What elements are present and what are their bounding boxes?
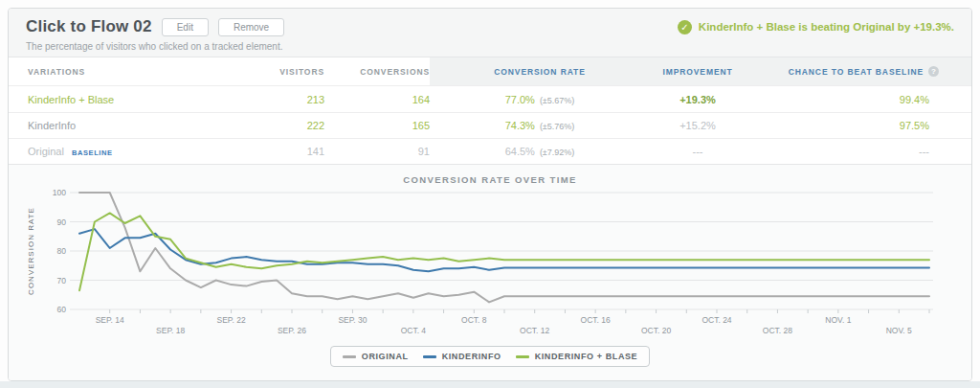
legend-swatch-icon [516,355,529,358]
table-row: KinderInfo + Blase 213 164 77.0%(±5.67%)… [9,86,971,112]
column-header-visitors: VISITORS [267,57,324,85]
svg-text:OCT. 4: OCT. 4 [401,326,427,335]
edit-button[interactable]: Edit [162,18,209,36]
status-message: ✓ KinderInfo + Blase is beating Original… [678,19,954,36]
chart-legend: ORIGINALKINDERINFOKINDERINFO + BLASE [24,346,956,367]
rate-margin: (±5.67%) [540,96,574,105]
legend-swatch-icon [343,355,356,358]
conversion-chart: 10090807060CONVERSION RATESEP. 14SEP. 18… [24,187,958,340]
table-row: KinderInfo 222 165 74.3%(±5.76%) +15.2% … [9,112,971,138]
svg-text:OCT. 16: OCT. 16 [581,315,611,325]
experiment-header: Click to Flow 02 Edit Remove The percent… [9,9,971,57]
conversion-rate-value: 64.5%(±7.92%) [449,146,631,157]
chance-value: --- [765,146,971,157]
visitors-value: 141 [267,146,324,157]
table-body: KinderInfo + Blase 213 164 77.0%(±5.67%)… [9,85,971,165]
column-header-variations: VARIATIONS [28,57,267,85]
svg-text:OCT. 28: OCT. 28 [763,326,792,335]
legend-swatch-icon [423,355,436,358]
svg-text:OCT. 24: OCT. 24 [702,315,731,325]
help-icon[interactable]: ? [928,66,939,77]
visitors-value: 213 [267,94,324,105]
visitors-value: 222 [267,120,324,131]
svg-text:70: 70 [57,276,67,285]
legend-item[interactable]: KINDERINFO + BLASE [516,352,638,361]
legend-label: KINDERINFO [442,352,501,361]
conversions-value: 91 [324,146,430,157]
page-title: Click to Flow 02 [26,17,152,36]
svg-text:60: 60 [57,305,67,314]
svg-text:OCT. 20: OCT. 20 [641,326,671,335]
svg-text:SEP. 18: SEP. 18 [156,326,185,335]
chart-legend-box: ORIGINALKINDERINFOKINDERINFO + BLASE [330,346,650,367]
improvement-value: +19.3% [631,94,765,105]
column-header-conversion-rate: CONVERSION RATE [449,57,631,85]
svg-text:SEP. 30: SEP. 30 [338,315,367,325]
conversions-value: 164 [324,94,430,105]
results-table: VARIATIONS VISITORS CONVERSIONS CONVERSI… [9,57,971,165]
baseline-badge: BASELINE [72,148,113,157]
experiment-card: Click to Flow 02 Edit Remove The percent… [8,8,972,381]
status-text: KinderInfo + Blase is beating Original b… [699,19,954,36]
legend-label: ORIGINAL [362,352,409,361]
rate-margin: (±7.92%) [540,148,574,157]
svg-text:100: 100 [53,188,66,197]
svg-text:CONVERSION RATE: CONVERSION RATE [27,207,35,295]
svg-text:NOV. 1: NOV. 1 [825,315,851,325]
remove-button[interactable]: Remove [218,18,284,36]
rate-margin: (±5.76%) [540,122,574,131]
improvement-value: --- [631,146,765,157]
check-circle-icon: ✓ [678,20,692,34]
page-bottom-strip [0,381,980,388]
experiment-header-left: Click to Flow 02 Edit Remove The percent… [26,17,284,52]
page-subtitle: The percentage of visitors who clicked o… [26,41,284,52]
chance-value: 97.5% [765,120,971,131]
legend-label: KINDERINFO + BLASE [535,352,638,361]
svg-text:80: 80 [57,246,67,256]
conversions-value: 165 [324,120,430,131]
svg-text:90: 90 [57,217,67,227]
chart-title: CONVERSION RATE OVER TIME [24,174,956,185]
svg-text:OCT. 12: OCT. 12 [520,326,549,335]
column-header-conversions: CONVERSIONS [324,57,430,85]
svg-text:SEP. 26: SEP. 26 [278,326,306,335]
header-gap [430,57,449,85]
variation-name: KinderInfo + Blase [28,94,267,105]
conversion-rate-value: 74.3%(±5.76%) [449,120,631,131]
table-row: OriginalBASELINE 141 91 64.5%(±7.92%) --… [9,138,971,164]
svg-text:SEP. 22: SEP. 22 [217,315,246,325]
svg-text:SEP. 14: SEP. 14 [96,315,124,325]
variation-name: KinderInfo [28,120,267,131]
legend-item[interactable]: ORIGINAL [343,352,409,361]
legend-item[interactable]: KINDERINFO [423,352,501,361]
chart-panel: CONVERSION RATE OVER TIME 10090807060CON… [9,165,971,381]
improvement-value: +15.2% [631,120,765,131]
column-header-chance: CHANCE TO BEAT BASELINE ? [765,57,971,85]
svg-text:NOV. 5: NOV. 5 [886,326,912,335]
table-header-row: VARIATIONS VISITORS CONVERSIONS CONVERSI… [9,57,971,85]
conversion-rate-value: 77.0%(±5.67%) [449,94,631,105]
svg-text:OCT. 8: OCT. 8 [461,315,487,325]
column-header-chance-label: CHANCE TO BEAT BASELINE [789,67,924,77]
variation-name: OriginalBASELINE [28,146,267,157]
column-header-improvement: IMPROVEMENT [631,57,765,85]
chance-value: 99.4% [765,94,971,105]
